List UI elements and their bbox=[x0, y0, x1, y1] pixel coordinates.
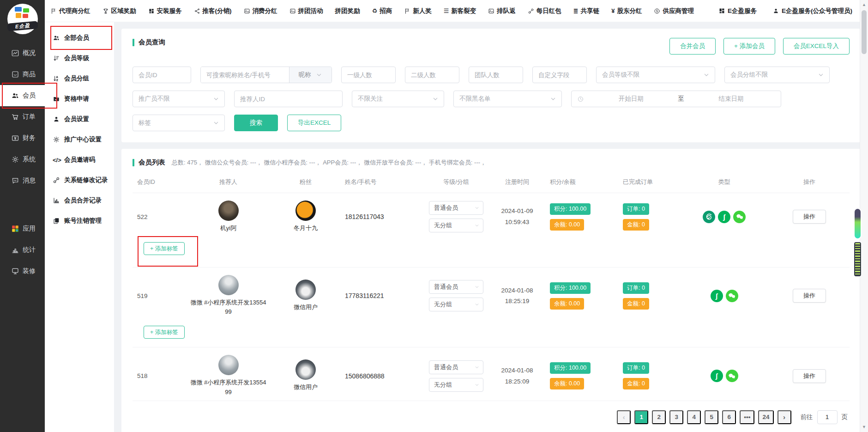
member-id-cell: 522 bbox=[133, 213, 186, 220]
topnav-item[interactable]: 消费分红 bbox=[244, 7, 277, 15]
column-header: 粉丝 bbox=[271, 178, 340, 186]
topnav-account-item[interactable]: E企盈服务(公众号管理员) bbox=[772, 7, 852, 15]
level-select[interactable]: 普通会员 bbox=[429, 280, 483, 294]
query-action-button[interactable]: + 添加会员 bbox=[723, 38, 775, 55]
member-menu-item[interactable]: 会员分组 bbox=[45, 68, 114, 89]
fan-cell: 微信用户 bbox=[294, 280, 318, 312]
pagination-page-button[interactable]: 3 bbox=[669, 410, 683, 424]
scrollbar-up-arrow-icon[interactable]: ▲ bbox=[860, 2, 868, 7]
topnav-item[interactable]: 安装服务 bbox=[148, 7, 182, 15]
topnav-item[interactable]: 供应商管理 bbox=[654, 7, 694, 15]
sidebar-item[interactable]: 应用 bbox=[0, 218, 45, 239]
widget-gradient-pill[interactable] bbox=[855, 209, 861, 238]
pagination-page-button[interactable]: 2 bbox=[652, 410, 666, 424]
group-select[interactable]: 无分组 bbox=[429, 219, 483, 232]
row-action-button[interactable]: 操作 bbox=[793, 369, 826, 383]
pagination-page-button[interactable]: 24 bbox=[758, 410, 773, 424]
add-tag-button[interactable]: + 添加标签 bbox=[144, 242, 185, 255]
date-range-picker[interactable]: 开始日期至结束日期 bbox=[571, 91, 781, 107]
widget-striped-panel[interactable] bbox=[854, 242, 861, 276]
query-action-button[interactable]: 会员EXCEL导入 bbox=[783, 38, 850, 55]
sidebar-item[interactable]: 统计 bbox=[0, 239, 45, 261]
topnav-item[interactable]: ♻招商 bbox=[372, 7, 392, 15]
add-tag-button[interactable]: + 添加标签 bbox=[144, 326, 185, 339]
topnav-item[interactable]: ≣共享链 bbox=[573, 7, 599, 15]
filter-input[interactable] bbox=[469, 67, 523, 83]
sidebar-item[interactable]: 订单 bbox=[0, 106, 45, 128]
topnav-item[interactable]: 拼团活动 bbox=[289, 7, 323, 15]
sidebar-item[interactable]: 概况 bbox=[0, 43, 45, 64]
query-actions: 合并会员+ 添加会员会员EXCEL导入 bbox=[669, 38, 850, 55]
filter-select[interactable]: 标签 bbox=[133, 115, 225, 131]
fan-cell: 微信用户 bbox=[294, 359, 318, 392]
member-menu-item[interactable]: 关系链修改记录 bbox=[45, 170, 114, 190]
tag-area: + 添加标签 bbox=[133, 320, 850, 347]
filter-select[interactable]: 推广员不限 bbox=[133, 91, 225, 107]
topnav-item[interactable]: ¥股东分红 bbox=[611, 7, 642, 15]
filter-input[interactable] bbox=[133, 67, 191, 83]
topnav-account-item[interactable]: E企盈服务 bbox=[718, 7, 757, 15]
sidebar-item[interactable]: 系统 bbox=[0, 149, 45, 170]
goto-unit-label: 页 bbox=[842, 413, 848, 421]
search-field-select[interactable]: 昵称 bbox=[289, 67, 332, 83]
member-menu-item[interactable]: </>会员邀请码 bbox=[45, 150, 114, 170]
member-menu-item[interactable]: 会员设置 bbox=[45, 109, 114, 129]
pagination-page-button[interactable]: 4 bbox=[687, 410, 701, 424]
end-date-placeholder: 结束日期 bbox=[687, 95, 775, 103]
export-excel-button[interactable]: 导出EXCEL bbox=[287, 115, 341, 131]
group-select[interactable]: 无分组 bbox=[429, 378, 483, 392]
sidebar-item[interactable]: 会员 bbox=[0, 85, 45, 106]
member-menu-item[interactable]: 账号注销管理 bbox=[45, 211, 114, 231]
pagination-page-button[interactable]: 6 bbox=[722, 410, 736, 424]
search-input[interactable] bbox=[201, 67, 289, 83]
pagination-page-button[interactable]: 5 bbox=[705, 410, 718, 424]
sidebar-item[interactable]: 商品 bbox=[0, 64, 45, 85]
topnav-item-label: 新客裂变 bbox=[451, 7, 476, 15]
chevron-down-icon bbox=[474, 302, 480, 307]
topnav-item[interactable]: 区域奖励 bbox=[102, 7, 136, 15]
filter-select[interactable]: 不限关注 bbox=[352, 91, 444, 107]
member-menu-item[interactable]: 推广中心设置 bbox=[45, 129, 114, 150]
filter-input[interactable] bbox=[341, 67, 396, 83]
row-action-button[interactable]: 操作 bbox=[793, 210, 826, 224]
sidebar-item[interactable]: 装修 bbox=[0, 261, 45, 282]
code-icon: </> bbox=[53, 157, 60, 163]
filter-input[interactable] bbox=[405, 67, 459, 83]
topnav-item[interactable]: 推客(分销) bbox=[194, 7, 232, 15]
topnav-item[interactable]: ☰新客裂变 bbox=[444, 7, 476, 15]
member-menu-item[interactable]: 会员合并记录 bbox=[45, 190, 114, 211]
member-menu-item[interactable]: 全部会员 bbox=[45, 28, 114, 48]
sidebar-item[interactable]: 财务 bbox=[0, 128, 45, 149]
search-button[interactable]: 搜索 bbox=[234, 115, 278, 131]
level-select[interactable]: 普通会员 bbox=[429, 360, 483, 374]
member-row: 522机yi阿冬月十九18126117043普通会员无分组2024-01-091… bbox=[133, 193, 850, 268]
scrollbar-thumb[interactable] bbox=[862, 10, 867, 54]
fan-cell-name: 微信用户 bbox=[294, 383, 318, 392]
pagination-next-icon[interactable]: › bbox=[778, 410, 791, 424]
query-action-button[interactable]: 合并会员 bbox=[669, 38, 716, 55]
filter-select[interactable]: 会员分组不限 bbox=[724, 67, 830, 83]
topnav-account-label: E企盈服务 bbox=[728, 7, 757, 15]
sidebar-item[interactable]: 消息 bbox=[0, 170, 45, 191]
level-select[interactable]: 普通会员 bbox=[429, 201, 483, 215]
pagination-page-button[interactable]: 1 bbox=[634, 410, 648, 424]
filter-select[interactable]: 不限黑名单 bbox=[453, 91, 562, 107]
member-menu-item[interactable]: 资格申请 bbox=[45, 89, 114, 109]
topnav-item[interactable]: 新人奖 bbox=[404, 7, 432, 15]
group-select[interactable]: 无分组 bbox=[429, 298, 483, 311]
filter-input[interactable] bbox=[532, 67, 587, 83]
topnav-item[interactable]: 排队返 bbox=[488, 7, 516, 15]
topnav-item[interactable]: 代理商分红 bbox=[50, 7, 90, 15]
pagination-prev-icon[interactable]: ‹ bbox=[617, 410, 631, 424]
topnav-item[interactable]: 拼团奖励 bbox=[335, 7, 360, 15]
goods-icon bbox=[11, 70, 19, 79]
topnav-item-label: 排队返 bbox=[497, 7, 516, 15]
goto-page-input[interactable] bbox=[817, 410, 838, 424]
topnav-item[interactable]: 每日红包 bbox=[528, 7, 561, 15]
scrollbar-down-arrow-icon[interactable]: ▼ bbox=[860, 425, 868, 429]
filter-select[interactable]: 会员等级不限 bbox=[596, 67, 715, 83]
member-menu-item[interactable]: 会员等级 bbox=[45, 48, 114, 68]
filter-input[interactable] bbox=[234, 91, 343, 107]
row-action-button[interactable]: 操作 bbox=[793, 289, 826, 303]
level-group-cell: 普通会员无分组 bbox=[429, 280, 483, 311]
